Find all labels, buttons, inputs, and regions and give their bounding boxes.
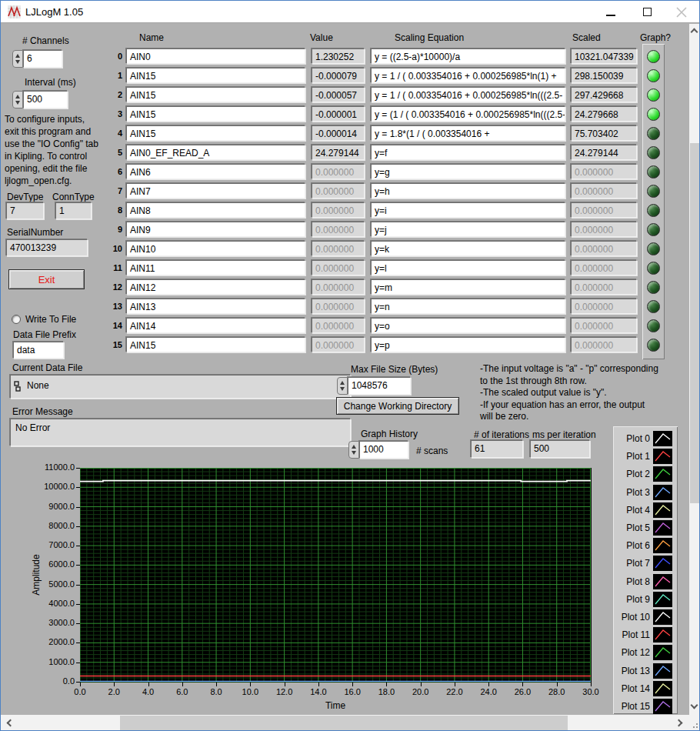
name-field[interactable]: AIN6 xyxy=(126,164,305,179)
minimize-button[interactable] xyxy=(593,1,628,23)
equation-field[interactable]: y=o xyxy=(371,318,565,333)
legend-item[interactable]: Plot 12 xyxy=(613,644,678,661)
table-row: 8AIN80.000000y=i0.000000 xyxy=(1,202,699,222)
legend-item[interactable]: Plot 4 xyxy=(613,502,678,519)
scroll-left-icon[interactable] xyxy=(7,719,15,727)
y-tick-label: 10000.0 xyxy=(24,482,75,491)
legend-item[interactable]: Plot 5 xyxy=(613,519,678,536)
scaled-indicator: 0.000000 xyxy=(571,222,637,237)
equation-field[interactable]: y = ((2.5-a)*10000)/a xyxy=(371,48,565,64)
legend-item[interactable]: Plot 15 xyxy=(613,698,678,715)
equation-field[interactable]: y=g xyxy=(371,164,565,179)
value-indicator: -0.000079 xyxy=(312,68,365,83)
name-field[interactable]: AIN12 xyxy=(126,279,305,295)
max-file-size-input[interactable]: 1048576 xyxy=(348,377,411,395)
scaled-indicator: 0.000000 xyxy=(571,279,637,295)
equation-field[interactable]: y=l xyxy=(371,260,565,275)
graph-history-input[interactable]: 1000 xyxy=(359,441,408,459)
header-scaled: Scaled xyxy=(572,32,601,43)
name-field[interactable]: AIN10 xyxy=(126,241,305,256)
legend-item[interactable]: Plot 0 xyxy=(613,430,678,447)
equation-field[interactable]: y=p xyxy=(371,337,565,352)
x-tick-mark xyxy=(386,683,387,686)
x-tick-mark xyxy=(591,683,592,686)
legend-line-sample xyxy=(653,538,672,553)
legend-item[interactable]: Plot 10 xyxy=(613,609,678,626)
horizontal-scrollbar-thumb[interactable] xyxy=(120,716,568,730)
maximize-button[interactable] xyxy=(630,1,665,23)
legend-item[interactable]: Plot 14 xyxy=(613,680,678,697)
write-to-file-radio[interactable] xyxy=(12,315,21,324)
name-field[interactable]: AIN11 xyxy=(126,260,305,275)
name-field[interactable]: AIN14 xyxy=(126,318,305,333)
legend-item[interactable]: Plot 6 xyxy=(613,537,678,554)
equation-field[interactable]: y=j xyxy=(371,222,565,237)
equation-field[interactable]: y=f xyxy=(371,145,565,160)
close-button[interactable] xyxy=(665,1,700,23)
ms-per-iteration-label: ms per iteration xyxy=(532,429,596,440)
led-column-panel xyxy=(642,44,665,359)
equation-field[interactable]: y=k xyxy=(371,241,565,256)
vertical-scrollbar-thumb[interactable] xyxy=(690,143,699,503)
equation-field[interactable]: y = 1 / ( 0.003354016 + 0.000256985*ln(1… xyxy=(371,68,565,83)
legend-item[interactable]: Plot 9 xyxy=(613,591,678,608)
interval-input[interactable]: 500 xyxy=(23,91,68,108)
legend-item[interactable]: Plot 11 xyxy=(613,626,678,643)
x-tick-mark xyxy=(114,683,115,686)
name-field[interactable]: AIN15 xyxy=(126,68,305,83)
scroll-down-icon[interactable] xyxy=(691,702,698,709)
name-field[interactable]: AIN9 xyxy=(126,222,305,237)
change-working-directory-button[interactable]: Change Working Directory xyxy=(336,397,459,415)
table-row: 7AIN70.000000y=h0.000000 xyxy=(1,183,699,202)
legend-item[interactable]: Plot 13 xyxy=(613,663,678,679)
x-tick-mark xyxy=(522,683,523,686)
legend-line-sample xyxy=(653,609,672,625)
value-indicator: 0.000000 xyxy=(312,241,365,256)
interval-spinner[interactable] xyxy=(12,91,23,108)
name-field[interactable]: AIN15 xyxy=(126,87,305,102)
equation-field[interactable]: y = 1.8*(1 / ( 0.003354016 + xyxy=(371,125,565,141)
y-tick-mark xyxy=(76,468,80,469)
name-field[interactable]: AIN7 xyxy=(126,183,305,199)
equation-field[interactable]: y = 1 / ( 0.003354016 + 0.000256985*ln((… xyxy=(371,87,565,102)
legend-item[interactable]: Plot 7 xyxy=(613,555,678,572)
y-tick-label: 4000.0 xyxy=(24,599,75,608)
legend-item[interactable]: Plot 1 xyxy=(613,448,678,465)
equation-field[interactable]: y=m xyxy=(371,279,565,295)
exit-button[interactable]: Exit xyxy=(8,269,85,289)
channels-input[interactable]: 6 xyxy=(23,50,62,68)
name-field[interactable]: AIN15 xyxy=(126,125,305,141)
name-field[interactable]: AIN13 xyxy=(126,299,305,314)
resize-grip[interactable] xyxy=(689,715,700,731)
write-to-file-label: Write To File xyxy=(25,314,76,325)
legend-item[interactable]: Plot 8 xyxy=(613,573,678,590)
channels-spinner[interactable] xyxy=(12,50,23,68)
error-message-label: Error Message xyxy=(12,406,73,417)
data-file-prefix-input[interactable]: data xyxy=(13,342,64,359)
equation-field[interactable]: y=i xyxy=(371,202,565,218)
vertical-scrollbar[interactable] xyxy=(689,24,700,715)
equation-field[interactable]: y=h xyxy=(371,183,565,199)
horizontal-scrollbar[interactable] xyxy=(1,715,689,731)
plot-legend: Plot 0Plot 1Plot 2Plot 3Plot 4Plot 5Plot… xyxy=(613,426,678,714)
row-index-label: 14 xyxy=(107,321,122,330)
current-data-file-value: None xyxy=(27,380,49,391)
name-field[interactable]: AIN15 xyxy=(126,106,305,122)
scaled-indicator: 0.000000 xyxy=(571,164,637,179)
y-tick-mark xyxy=(76,487,80,488)
scroll-right-icon[interactable] xyxy=(675,719,683,727)
max-file-size-spinner[interactable] xyxy=(337,377,348,395)
scroll-up-icon[interactable] xyxy=(691,28,698,36)
name-field[interactable]: AIN0_EF_READ_A xyxy=(126,145,305,160)
y-tick-mark xyxy=(76,565,80,566)
equation-field[interactable]: y=n xyxy=(371,299,565,314)
equation-field[interactable]: y = (1 / ( 0.003354016 + 0.000256985*ln(… xyxy=(371,106,565,122)
name-field[interactable]: AIN15 xyxy=(126,337,305,352)
legend-item[interactable]: Plot 2 xyxy=(613,466,678,482)
legend-item[interactable]: Plot 3 xyxy=(613,484,678,501)
name-field[interactable]: AIN0 xyxy=(126,48,305,64)
table-row: 9AIN90.000000y=j0.000000 xyxy=(1,222,699,241)
graph-history-spinner[interactable] xyxy=(348,441,359,459)
table-row: 0AIN01.230252y = ((2.5-a)*10000)/a10321.… xyxy=(1,48,699,68)
name-field[interactable]: AIN8 xyxy=(126,202,305,218)
